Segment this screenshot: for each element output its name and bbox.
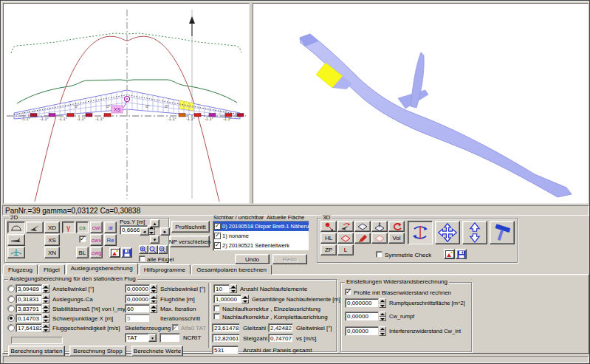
zoom-out-button[interactable]: [158, 245, 168, 254]
plane-rotate-button[interactable]: [337, 221, 354, 232]
auslegungs-ca-input[interactable]: 0,31831: [16, 295, 42, 303]
anzahl-nachlauf-spinner[interactable]: [230, 284, 237, 293]
anzahl-nachlauf-input[interactable]: 10: [213, 284, 230, 293]
radio-fluggeschwindigkeit[interactable]: [7, 324, 15, 332]
copy-image-button-3d[interactable]: [444, 249, 455, 259]
cw-rumpf-spinner[interactable]: [379, 312, 386, 321]
alle-fluegel-checkbox[interactable]: [139, 255, 145, 262]
cw-rumpf-input[interactable]: 0,00000: [345, 312, 379, 321]
radio-stabilitaetsmass[interactable]: [7, 305, 15, 312]
ncrit-input[interactable]: [159, 333, 180, 343]
cwv-curve-button[interactable]: cwv: [90, 234, 103, 246]
view-front-button[interactable]: [7, 222, 25, 233]
l-button[interactable]: L: [337, 244, 354, 255]
zoom-mode-button[interactable]: [462, 221, 487, 244]
schiebewinkel-input[interactable]: 0,00000: [125, 284, 150, 293]
save-button-3d[interactable]: [456, 249, 467, 259]
xd-button[interactable]: XD: [44, 222, 60, 233]
rumpfquerschnitt-input[interactable]: 0,000000: [345, 298, 379, 308]
red-panel-button[interactable]: [337, 233, 354, 244]
schwerpunktlage-spinner[interactable]: [42, 314, 49, 323]
gamma-curve-button[interactable]: γ: [62, 222, 75, 233]
pan-up-button[interactable]: ▲: [150, 219, 159, 227]
visibility-checkbox[interactable]: [214, 223, 221, 230]
alfa0-tat-checkbox[interactable]: [172, 324, 179, 331]
berechnung-starten-button[interactable]: Berechnung starten: [8, 346, 65, 357]
stabilitaetsmass-input[interactable]: 3,83791: [16, 304, 42, 313]
tab-gesamtpolaren[interactable]: Gesamtpolaren berechnen: [191, 264, 272, 275]
view-side-button[interactable]: [7, 234, 25, 246]
stabilitaetsmass-spinner[interactable]: [42, 304, 49, 313]
bl-button[interactable]: BL: [76, 247, 89, 258]
max-iteration-spinner[interactable]: [150, 304, 157, 313]
rotate-mode-button[interactable]: [408, 221, 433, 244]
save-button-2d[interactable]: [121, 247, 132, 258]
undo-button[interactable]: Undo: [235, 254, 270, 264]
2d-view-panel[interactable]: XS 0°0°0°0°-1.1°-1.1°-1.1°-1.1°-1.1°-1.1…: [3, 3, 250, 204]
radio-anstellwinkel[interactable]: [7, 285, 15, 292]
3d-view-panel[interactable]: [253, 3, 589, 204]
fluggeschwindigkeit-input[interactable]: 17,64182: [16, 323, 42, 332]
move-mode-button[interactable]: [435, 221, 460, 244]
tab-fluegel[interactable]: Flügel: [38, 264, 65, 275]
cw-int-input[interactable]: 0,00000: [345, 326, 379, 336]
re-curve-button[interactable]: Re: [104, 234, 117, 246]
tab-auslegungsberechnung[interactable]: Auslegungsberechnung: [66, 263, 138, 275]
berechnung-stopp-button[interactable]: Berechnung Stopp: [69, 346, 126, 357]
pan-left-button[interactable]: ◄: [140, 227, 149, 236]
berechnete-werte-button[interactable]: Berechnete Werte: [131, 346, 183, 357]
zp-button[interactable]: ZP: [320, 244, 337, 255]
ca-option-checkbox[interactable]: [79, 236, 86, 243]
anstellwinkel-input[interactable]: 3,09489: [16, 284, 42, 293]
pin-point-button[interactable]: [320, 221, 337, 232]
pen-edit-button[interactable]: [354, 233, 371, 244]
pan-right-button[interactable]: ►: [160, 227, 170, 236]
reset-view-button[interactable]: [388, 221, 405, 232]
schiebewinkel-spinner[interactable]: [150, 284, 157, 293]
view-iso-button[interactable]: [7, 247, 25, 258]
radio-schwerpunktlage[interactable]: [7, 315, 15, 322]
panel-normal-button[interactable]: [371, 221, 388, 232]
surface-list-item[interactable]: 0) 20190518 Dispar Brett-1 Näherung5 2.5…: [213, 222, 309, 231]
tab-flugzeug[interactable]: Flugzeug: [3, 264, 38, 275]
skelett-combo-arrow[interactable]: ▼: [148, 334, 157, 342]
cwi-curve-button[interactable]: cwi: [90, 222, 103, 233]
auslegungs-ca-spinner[interactable]: [42, 295, 49, 303]
zoom-fit-button[interactable]: [148, 245, 158, 254]
xn-button[interactable]: XN: [44, 247, 60, 258]
blasenwiderstand-checkbox[interactable]: [345, 289, 351, 295]
surface-listbox[interactable]: 0) 20190518 Dispar Brett-1 Näherung5 2.5…: [213, 221, 309, 251]
visibility-checkbox[interactable]: [214, 242, 221, 249]
symmetrie-check-checkbox[interactable]: [376, 251, 383, 258]
redo-button[interactable]: Redo: [272, 254, 307, 264]
radio-auslegungs-ca[interactable]: [7, 295, 15, 303]
pink-panel-button[interactable]: [371, 233, 388, 244]
cwg-curve-button[interactable]: cwg: [90, 247, 103, 258]
np-verschieben-button[interactable]: NP verschieben: [170, 236, 210, 247]
pan-down-button[interactable]: ▼: [150, 236, 159, 244]
rumpfquerschnitt-spinner[interactable]: [379, 298, 386, 308]
profilschnitt-button[interactable]: Profilschnitt: [171, 221, 210, 233]
xs-button[interactable]: XS: [44, 234, 60, 246]
ca-curve-button[interactable]: ca: [76, 222, 89, 233]
schwerpunktlage-input[interactable]: 0,14703: [16, 314, 42, 323]
tab-hilfsprogramme[interactable]: Hilfsprogramme: [139, 264, 191, 275]
nachlauf-einzel-checkbox[interactable]: [213, 305, 220, 312]
visibility-checkbox[interactable]: [214, 233, 221, 239]
panel-flat-button[interactable]: [354, 221, 371, 232]
zoom-in-button[interactable]: [139, 245, 148, 254]
anstellwinkel-spinner[interactable]: [42, 284, 49, 293]
surface-list-item[interactable]: 1) noname: [213, 231, 309, 241]
surface-list-item[interactable]: 2) 20190521 Seitenleitwerk: [213, 241, 309, 250]
nachlauf-komplett-checkbox[interactable]: [213, 313, 220, 320]
cw-int-spinner[interactable]: [379, 326, 386, 336]
copy-image-button-2d[interactable]: [109, 247, 120, 258]
build-mode-button[interactable]: [490, 221, 515, 244]
gesamtlaenge-input[interactable]: 1,00000: [213, 295, 241, 303]
fluggeschwindigkeit-spinner[interactable]: [42, 323, 49, 332]
flughoehe-input[interactable]: 0,00000: [125, 295, 150, 303]
max-iteration-input[interactable]: 60: [125, 304, 150, 313]
hl-button[interactable]: HL: [320, 233, 337, 244]
vol-button[interactable]: Vol: [388, 233, 405, 244]
ai-curve-button[interactable]: ai: [104, 222, 117, 233]
